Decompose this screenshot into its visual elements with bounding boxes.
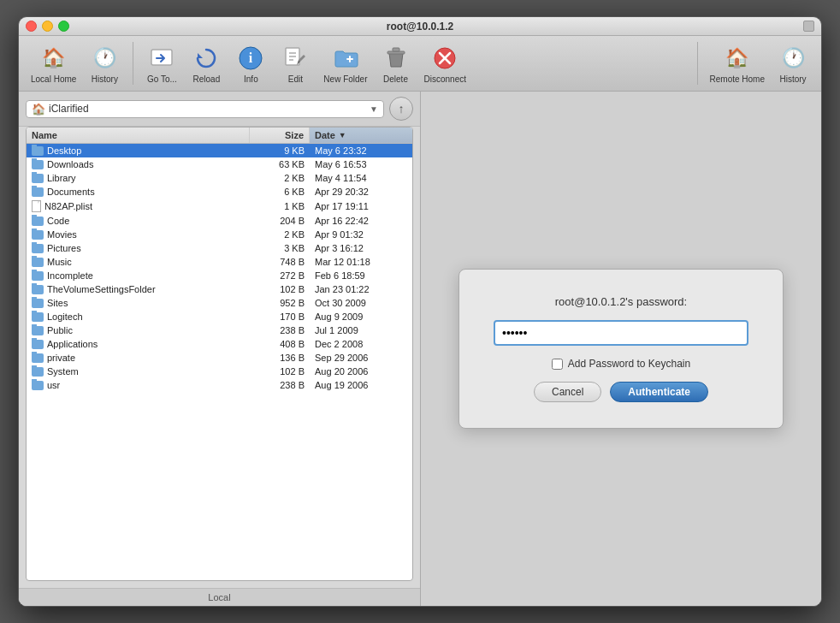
keychain-row: Add Password to Keychain bbox=[552, 358, 690, 370]
remote-home-button[interactable]: 🏠 Remote Home bbox=[705, 39, 770, 87]
folder-icon bbox=[32, 381, 44, 390]
file-date: Apr 9 01:32 bbox=[310, 228, 412, 240]
table-row[interactable]: N82AP.plist1 KBApr 17 19:11 bbox=[27, 199, 412, 214]
table-row[interactable]: usr238 BAug 19 2006 bbox=[27, 378, 412, 392]
info-icon: i bbox=[235, 43, 266, 74]
maximize-button[interactable] bbox=[58, 21, 69, 32]
location-text: iClarified bbox=[49, 103, 370, 115]
folder-icon bbox=[32, 146, 44, 156]
table-row[interactable]: Logitech170 BAug 9 2009 bbox=[27, 310, 412, 323]
file-size: 2 KB bbox=[250, 228, 310, 240]
auth-dialog: root@10.0.1.2's password: Add Password t… bbox=[458, 269, 784, 429]
table-row[interactable]: System102 BAug 20 2006 bbox=[27, 365, 412, 378]
table-row[interactable]: TheVolumeSettingsFolder102 BJan 23 01:22 bbox=[27, 282, 412, 296]
cancel-button[interactable]: Cancel bbox=[534, 382, 601, 402]
table-row[interactable]: private136 BSep 29 2006 bbox=[27, 351, 412, 365]
svg-text:i: i bbox=[249, 50, 253, 65]
file-date: Sep 29 2006 bbox=[310, 352, 412, 364]
info-label: Info bbox=[244, 74, 258, 84]
folder-icon bbox=[32, 217, 44, 226]
reload-button[interactable]: Reload bbox=[185, 39, 228, 87]
file-name: N82AP.plist bbox=[27, 199, 250, 213]
table-row[interactable]: Applications408 BDec 2 2008 bbox=[27, 337, 412, 351]
goto-button[interactable]: Go To... bbox=[140, 39, 183, 87]
file-list-header: Name Size Date ▼ bbox=[27, 128, 412, 144]
file-size: 6 KB bbox=[250, 186, 310, 198]
folder-icon bbox=[32, 326, 44, 335]
table-row[interactable]: Movies2 KBApr 9 01:32 bbox=[27, 228, 412, 241]
location-dropdown-arrow[interactable]: ▼ bbox=[370, 104, 378, 114]
toolbar-separator-1 bbox=[133, 42, 133, 85]
file-name: Code bbox=[27, 215, 250, 227]
column-date-header[interactable]: Date ▼ bbox=[310, 128, 412, 143]
file-size: 102 B bbox=[250, 365, 310, 377]
file-size: 136 B bbox=[250, 352, 310, 364]
table-row[interactable]: Downloads63 KBMay 6 16:53 bbox=[27, 157, 412, 171]
delete-label: Delete bbox=[383, 74, 408, 84]
file-date: Aug 19 2006 bbox=[310, 379, 412, 391]
file-name: Movies bbox=[27, 228, 250, 240]
history-right-icon: 🕐 bbox=[778, 43, 808, 74]
keychain-checkbox[interactable] bbox=[552, 359, 563, 370]
minimize-button[interactable] bbox=[42, 21, 53, 32]
file-date: Jul 1 2009 bbox=[310, 324, 412, 336]
file-name: Music bbox=[27, 256, 250, 268]
traffic-lights bbox=[26, 21, 69, 32]
folder-icon bbox=[32, 367, 44, 377]
file-size: 272 B bbox=[250, 270, 310, 282]
file-date: Apr 16 22:42 bbox=[310, 215, 412, 227]
history-right-label: History bbox=[779, 74, 806, 84]
authenticate-button[interactable]: Authenticate bbox=[610, 382, 708, 402]
file-date: Jan 23 01:22 bbox=[310, 283, 412, 295]
auth-prompt: root@10.0.1.2's password: bbox=[555, 295, 687, 308]
file-name: private bbox=[27, 352, 250, 364]
file-date: Feb 6 18:59 bbox=[310, 270, 412, 282]
table-row[interactable]: Sites952 BOct 30 2009 bbox=[27, 296, 412, 310]
file-date: Aug 9 2009 bbox=[310, 311, 412, 323]
new-folder-button[interactable]: New Folder bbox=[318, 39, 372, 87]
reload-label: Reload bbox=[193, 74, 221, 84]
history-left-icon: 🕐 bbox=[89, 43, 120, 74]
table-row[interactable]: Code204 BApr 16 22:42 bbox=[27, 214, 412, 228]
history-right-button[interactable]: 🕐 History bbox=[772, 39, 814, 87]
file-name: Incomplete bbox=[27, 270, 250, 282]
table-row[interactable]: Library2 KBMay 4 11:54 bbox=[27, 171, 412, 185]
file-date: Aug 20 2006 bbox=[310, 365, 412, 377]
close-button[interactable] bbox=[26, 21, 37, 32]
delete-button[interactable]: Delete bbox=[375, 39, 417, 87]
toolbar: 🏠 Local Home 🕐 History Go To... bbox=[19, 36, 821, 92]
right-panel: root@10.0.1.2's password: Add Password t… bbox=[421, 92, 821, 606]
file-name: System bbox=[27, 365, 250, 377]
location-bar[interactable]: 🏠 iClarified ▼ bbox=[26, 100, 384, 118]
file-name: Downloads bbox=[27, 158, 250, 170]
table-row[interactable]: Pictures3 KBApr 3 16:12 bbox=[27, 241, 412, 255]
table-row[interactable]: Incomplete272 BFeb 6 18:59 bbox=[27, 269, 412, 282]
svg-rect-11 bbox=[393, 48, 399, 51]
history-left-button[interactable]: 🕐 History bbox=[83, 39, 126, 87]
goto-icon bbox=[146, 43, 177, 74]
password-input[interactable] bbox=[494, 320, 748, 346]
table-row[interactable]: Public238 BJul 1 2009 bbox=[27, 323, 412, 337]
file-name: Documents bbox=[27, 186, 250, 198]
file-date: Dec 2 2008 bbox=[310, 338, 412, 350]
file-date: Apr 17 19:11 bbox=[310, 200, 412, 212]
keychain-label: Add Password to Keychain bbox=[568, 358, 690, 370]
file-date: Apr 29 20:32 bbox=[310, 186, 412, 198]
local-home-button[interactable]: 🏠 Local Home bbox=[26, 39, 81, 87]
disconnect-button[interactable]: Disconnect bbox=[419, 39, 471, 87]
up-directory-button[interactable]: ↑ bbox=[389, 97, 413, 121]
local-home-icon: 🏠 bbox=[38, 43, 69, 74]
info-button[interactable]: i Info bbox=[229, 39, 272, 87]
table-row[interactable]: Desktop9 KBMay 6 23:32 bbox=[27, 144, 412, 157]
file-size: 63 KB bbox=[250, 158, 310, 170]
file-size: 170 B bbox=[250, 311, 310, 323]
file-date: Oct 30 2009 bbox=[310, 297, 412, 309]
table-row[interactable]: Music748 BMar 12 01:18 bbox=[27, 255, 412, 269]
folder-icon bbox=[32, 271, 44, 281]
file-size: 3 KB bbox=[250, 242, 310, 254]
edit-button[interactable]: Edit bbox=[274, 39, 316, 87]
file-list: Desktop9 KBMay 6 23:32Downloads63 KBMay … bbox=[27, 144, 412, 580]
new-folder-icon bbox=[330, 43, 361, 74]
table-row[interactable]: Documents6 KBApr 29 20:32 bbox=[27, 185, 412, 199]
file-name: Library bbox=[27, 172, 250, 184]
